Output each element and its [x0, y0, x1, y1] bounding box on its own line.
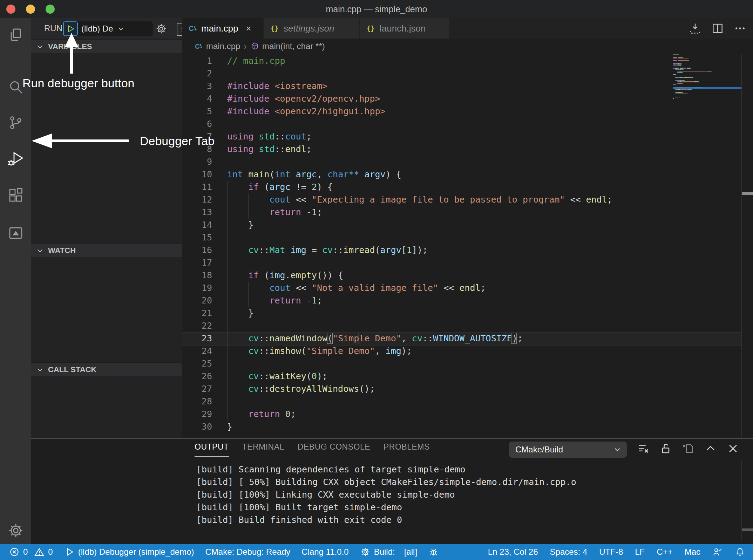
line-number[interactable]: 11: [182, 181, 212, 193]
manage-button[interactable]: [0, 517, 31, 545]
code-line[interactable]: #include <iostream>: [227, 80, 612, 93]
tab-main-cpp[interactable]: C main.cpp ×: [182, 18, 263, 39]
language-mode[interactable]: C++: [657, 547, 672, 557]
line-number[interactable]: 9: [182, 156, 212, 168]
maximize-panel-icon[interactable]: [704, 442, 717, 455]
breadcrumb-file[interactable]: main.cpp: [206, 41, 240, 51]
line-number[interactable]: 28: [182, 395, 212, 408]
debug-launch-status[interactable]: (lldb) Debugger (simple_demo): [64, 547, 194, 557]
code-line[interactable]: [227, 118, 612, 130]
line-number[interactable]: 29: [182, 408, 212, 421]
sidebar-item-explorer[interactable]: [0, 21, 31, 49]
eol-setting[interactable]: LF: [635, 547, 645, 557]
line-number[interactable]: 22: [182, 320, 212, 332]
code-line[interactable]: // main.cpp: [227, 55, 612, 67]
indentation-setting[interactable]: Spaces: 4: [550, 547, 588, 557]
notifications-button[interactable]: [735, 547, 745, 557]
line-number[interactable]: 19: [182, 282, 212, 294]
debug-target-button[interactable]: [428, 547, 439, 557]
cursor-position[interactable]: Ln 23, Col 26: [488, 547, 538, 557]
code-line[interactable]: if (img.empty()) {: [227, 269, 612, 282]
tab-settings-json[interactable]: {} settings.json: [264, 18, 359, 39]
code-line[interactable]: #include <opencv2/highgui.hpp>: [227, 105, 612, 118]
compiler-kit[interactable]: Clang 11.0.0: [301, 547, 348, 557]
line-number[interactable]: 3: [182, 80, 212, 93]
section-header-call-stack[interactable]: CALL STACK: [31, 362, 182, 377]
code-line[interactable]: }: [227, 307, 612, 320]
line-number[interactable]: 12: [182, 193, 212, 206]
code-line[interactable]: cv::destroyAllWindows();: [227, 383, 612, 395]
open-output-in-editor-icon[interactable]: [682, 442, 694, 455]
clear-output-icon[interactable]: [637, 442, 650, 455]
scrollbar-marker[interactable]: [742, 528, 753, 531]
code-line[interactable]: }: [227, 421, 612, 433]
section-header-watch[interactable]: WATCH: [31, 243, 182, 258]
line-number[interactable]: 30: [182, 421, 212, 433]
code-line[interactable]: using std::cout;: [227, 130, 612, 143]
panel-tab-terminal[interactable]: TERMINAL: [242, 442, 284, 457]
minimap[interactable]: [673, 54, 742, 107]
code-line[interactable]: return -1;: [227, 206, 612, 219]
code-line[interactable]: [227, 320, 612, 332]
code-line[interactable]: return 0;: [227, 408, 612, 421]
sidebar-item-run-and-debug[interactable]: [0, 145, 31, 173]
close-panel-icon[interactable]: [727, 442, 739, 455]
panel-tab-problems[interactable]: PROBLEMS: [384, 442, 430, 457]
sidebar-item-cmake[interactable]: [0, 219, 31, 247]
line-number[interactable]: 23: [182, 332, 212, 345]
code-line[interactable]: #include <opencv2/opencv.hpp>: [227, 93, 612, 105]
feedback-button[interactable]: [712, 547, 723, 557]
encoding-setting[interactable]: UTF-8: [599, 547, 623, 557]
line-number[interactable]: 4: [182, 93, 212, 105]
code-line[interactable]: cv::namedWindow("Simple Demo", cv::WINDO…: [227, 332, 612, 345]
panel-tab-output[interactable]: OUTPUT: [195, 442, 229, 457]
code-line[interactable]: [227, 156, 612, 168]
line-number[interactable]: 24: [182, 345, 212, 357]
code-line[interactable]: return -1;: [227, 294, 612, 307]
section-header-variables[interactable]: VARIABLES: [31, 39, 182, 54]
sidebar-item-source-control[interactable]: [0, 109, 31, 137]
line-number[interactable]: 27: [182, 383, 212, 395]
platform-indicator[interactable]: Mac: [685, 547, 700, 557]
line-number[interactable]: 18: [182, 269, 212, 282]
code-line[interactable]: [227, 67, 612, 80]
line-number[interactable]: 14: [182, 219, 212, 231]
code-line[interactable]: [227, 357, 612, 370]
output-channel-select[interactable]: CMake/Build: [509, 442, 627, 458]
cmake-status[interactable]: CMake: Debug: Ready: [205, 547, 291, 557]
panel-tab-debug-console[interactable]: DEBUG CONSOLE: [298, 442, 370, 457]
code-line[interactable]: cv::Mat img = cv::imread(argv[1]);: [227, 244, 612, 257]
code-line[interactable]: cv::imshow("Simple Demo", img);: [227, 345, 612, 357]
configure-launch-gear-icon[interactable]: [155, 23, 167, 35]
split-editor-icon[interactable]: [711, 22, 724, 35]
close-tab-icon[interactable]: ×: [246, 23, 251, 34]
line-number[interactable]: 15: [182, 231, 212, 244]
code-editor[interactable]: 1234567891011121314151617181920212223242…: [182, 54, 753, 438]
cmake-build-button[interactable]: Build: [all]: [360, 547, 417, 557]
code-line[interactable]: [227, 231, 612, 244]
sidebar-item-extensions[interactable]: [0, 182, 31, 210]
breadcrumb-symbol[interactable]: main(int, char **): [262, 41, 325, 51]
code-line[interactable]: cout << "Not a valid image file" << endl…: [227, 282, 612, 294]
run-task-download-icon[interactable]: [688, 22, 702, 35]
problems-status[interactable]: 0 0: [9, 547, 53, 557]
launch-config-select[interactable]: (lldb) De: [81, 24, 113, 34]
line-number[interactable]: 5: [182, 105, 212, 118]
line-number[interactable]: 10: [182, 168, 212, 181]
more-actions-icon[interactable]: [733, 22, 747, 35]
line-number[interactable]: 21: [182, 307, 212, 320]
line-number[interactable]: 25: [182, 357, 212, 370]
line-number[interactable]: 20: [182, 294, 212, 307]
code-line[interactable]: using std::endl;: [227, 143, 612, 156]
line-number[interactable]: 1: [182, 55, 212, 67]
code-line[interactable]: [227, 257, 612, 269]
code-line[interactable]: [227, 395, 612, 408]
code-line[interactable]: int main(int argc, char** argv) {: [227, 168, 612, 181]
line-number[interactable]: 16: [182, 244, 212, 257]
scrollbar-marker[interactable]: [742, 192, 753, 195]
code-line[interactable]: cv::waitKey(0);: [227, 370, 612, 383]
line-number[interactable]: 2: [182, 67, 212, 80]
code-line[interactable]: if (argc != 2) {: [227, 181, 612, 193]
tab-launch-json[interactable]: {} launch.json: [360, 18, 449, 39]
line-number[interactable]: 26: [182, 370, 212, 383]
